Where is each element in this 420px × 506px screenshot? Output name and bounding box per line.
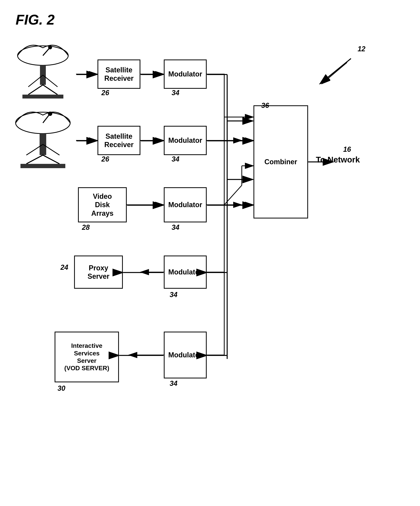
modulator-5-label: Modulator [168,351,202,359]
interactive-services-label: InteractiveServicesServer(VOD SERVER) [64,342,109,372]
svg-line-44 [320,59,351,84]
svg-point-26 [48,46,52,49]
svg-rect-41 [20,164,65,168]
to-network-label: To Network [316,155,360,164]
ref-interactive: 30 [58,384,65,393]
svg-line-38 [43,155,59,164]
svg-rect-32 [22,95,63,99]
ref-network: 16 [343,145,351,153]
proxy-server-label: ProxyServer [88,264,109,280]
svg-line-3 [322,62,347,84]
modulator-3-box: Modulator [164,187,207,222]
svg-line-34 [43,114,50,123]
satellite-receiver-2-box: SatelliteReceiver [98,126,140,155]
ref-mod-3: 34 [171,223,179,232]
video-disk-box: VideoDiskArrays [78,187,127,222]
modulator-1-box: Modulator [164,60,207,89]
ref-mod-1: 34 [171,89,179,97]
modulator-2-label: Modulator [168,136,202,145]
proxy-server-box: ProxyServer [74,256,123,289]
modulator-2-box: Modulator [164,126,207,155]
ref-combiner: 36 [261,101,269,110]
ref-proxy: 24 [60,263,68,272]
modulator-4-box: Modulator [164,256,207,289]
svg-line-12 [224,185,242,205]
ref-sat-rcv-1: 26 [101,89,109,97]
video-disk-label: VideoDiskArrays [91,192,113,218]
satellite-dish-2 [11,101,75,171]
svg-line-37 [26,155,43,164]
modulator-5-box: Modulator [164,332,207,379]
ref-video-disk: 28 [82,223,90,232]
modulator-4-label: Modulator [168,268,202,276]
ref-mod-4: 34 [170,291,177,299]
svg-line-29 [43,85,58,95]
svg-line-25 [43,48,50,56]
combiner-label: Combiner [264,158,297,166]
ref-sat-rcv-2: 26 [101,155,109,163]
satellite-dish-1 [13,36,73,101]
svg-point-35 [48,112,52,116]
ref-mod-2: 34 [171,155,179,163]
combiner-box: Combiner [254,105,308,219]
satellite-receiver-1-box: SatelliteReceiver [98,60,140,89]
svg-line-28 [28,85,43,95]
ref-12: 12 [358,45,365,53]
modulator-1-label: Modulator [168,70,202,78]
page-title: FIG. 2 [16,12,55,28]
ref-mod-5: 34 [170,380,177,388]
interactive-services-box: InteractiveServicesServer(VOD SERVER) [55,332,119,382]
modulator-3-label: Modulator [168,200,202,209]
satellite-receiver-1-label: SatelliteReceiver [104,66,134,82]
satellite-receiver-2-label: SatelliteReceiver [104,132,134,149]
